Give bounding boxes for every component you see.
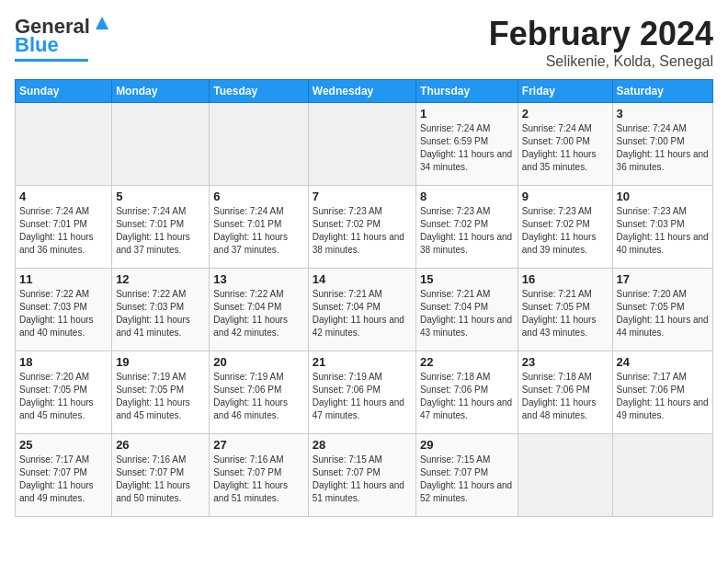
calendar-cell	[210, 103, 308, 186]
page-header: General Blue February 2024 Selikenie, Ko…	[15, 15, 713, 70]
day-of-week-header: Friday	[518, 80, 612, 103]
day-number: 23	[522, 355, 609, 369]
day-info: Sunrise: 7:20 AMSunset: 7:05 PMDaylight:…	[19, 371, 108, 422]
day-number: 2	[522, 107, 609, 121]
calendar-cell: 25Sunrise: 7:17 AMSunset: 7:07 PMDayligh…	[16, 434, 112, 517]
day-info: Sunrise: 7:17 AMSunset: 7:06 PMDaylight:…	[617, 371, 709, 422]
day-info: Sunrise: 7:22 AMSunset: 7:04 PMDaylight:…	[213, 288, 303, 339]
logo: General Blue	[15, 15, 112, 62]
day-of-week-header: Tuesday	[210, 80, 308, 103]
calendar-header-row: SundayMondayTuesdayWednesdayThursdayFrid…	[16, 80, 713, 103]
day-info: Sunrise: 7:21 AMSunset: 7:04 PMDaylight:…	[420, 288, 514, 339]
day-number: 18	[19, 355, 108, 369]
day-number: 6	[213, 190, 303, 203]
day-info: Sunrise: 7:19 AMSunset: 7:06 PMDaylight:…	[313, 371, 412, 422]
day-info: Sunrise: 7:24 AMSunset: 7:01 PMDaylight:…	[19, 205, 108, 257]
calendar-cell: 20Sunrise: 7:19 AMSunset: 7:06 PMDayligh…	[210, 351, 308, 434]
calendar-cell: 10Sunrise: 7:23 AMSunset: 7:03 PMDayligh…	[612, 186, 712, 269]
day-number: 14	[313, 272, 412, 286]
day-info: Sunrise: 7:23 AMSunset: 7:03 PMDaylight:…	[617, 205, 709, 257]
day-info: Sunrise: 7:19 AMSunset: 7:05 PMDaylight:…	[116, 371, 205, 422]
page-title: February 2024	[489, 15, 713, 53]
day-info: Sunrise: 7:17 AMSunset: 7:07 PMDaylight:…	[19, 454, 108, 505]
day-number: 12	[116, 272, 205, 286]
day-number: 15	[420, 272, 514, 286]
calendar-cell	[612, 434, 712, 517]
day-number: 3	[617, 107, 709, 121]
day-of-week-header: Monday	[112, 80, 210, 103]
calendar-cell: 2Sunrise: 7:24 AMSunset: 7:00 PMDaylight…	[518, 103, 612, 186]
calendar-cell: 27Sunrise: 7:16 AMSunset: 7:07 PMDayligh…	[210, 434, 308, 517]
day-number: 13	[213, 272, 303, 286]
day-info: Sunrise: 7:20 AMSunset: 7:05 PMDaylight:…	[617, 288, 709, 339]
calendar-cell: 26Sunrise: 7:16 AMSunset: 7:07 PMDayligh…	[112, 434, 210, 517]
calendar-week-row: 1Sunrise: 7:24 AMSunset: 6:59 PMDaylight…	[16, 103, 713, 186]
calendar-table: SundayMondayTuesdayWednesdayThursdayFrid…	[15, 79, 713, 517]
day-info: Sunrise: 7:16 AMSunset: 7:07 PMDaylight:…	[213, 454, 303, 505]
day-number: 5	[116, 190, 205, 203]
day-number: 10	[617, 190, 709, 203]
calendar-cell: 9Sunrise: 7:23 AMSunset: 7:02 PMDaylight…	[518, 186, 612, 269]
calendar-cell: 4Sunrise: 7:24 AMSunset: 7:01 PMDaylight…	[16, 186, 112, 269]
calendar-cell: 8Sunrise: 7:23 AMSunset: 7:02 PMDaylight…	[416, 186, 518, 269]
calendar-cell	[16, 103, 112, 186]
day-info: Sunrise: 7:21 AMSunset: 7:05 PMDaylight:…	[522, 288, 609, 339]
day-number: 11	[19, 272, 108, 286]
calendar-week-row: 25Sunrise: 7:17 AMSunset: 7:07 PMDayligh…	[16, 434, 713, 517]
day-number: 29	[420, 438, 514, 452]
day-info: Sunrise: 7:19 AMSunset: 7:06 PMDaylight:…	[213, 371, 303, 422]
calendar-cell	[518, 434, 612, 517]
day-info: Sunrise: 7:24 AMSunset: 6:59 PMDaylight:…	[420, 122, 514, 174]
day-number: 28	[313, 438, 412, 452]
day-info: Sunrise: 7:23 AMSunset: 7:02 PMDaylight:…	[522, 205, 609, 257]
day-number: 25	[19, 438, 108, 452]
day-info: Sunrise: 7:24 AMSunset: 7:01 PMDaylight:…	[116, 205, 205, 257]
day-number: 4	[19, 190, 108, 203]
calendar-cell: 17Sunrise: 7:20 AMSunset: 7:05 PMDayligh…	[612, 269, 712, 351]
day-info: Sunrise: 7:22 AMSunset: 7:03 PMDaylight:…	[19, 288, 108, 339]
day-number: 19	[116, 355, 205, 369]
calendar-cell: 13Sunrise: 7:22 AMSunset: 7:04 PMDayligh…	[210, 269, 308, 351]
calendar-cell: 5Sunrise: 7:24 AMSunset: 7:01 PMDaylight…	[112, 186, 210, 269]
calendar-cell: 22Sunrise: 7:18 AMSunset: 7:06 PMDayligh…	[416, 351, 518, 434]
day-info: Sunrise: 7:23 AMSunset: 7:02 PMDaylight:…	[313, 205, 412, 257]
day-number: 20	[213, 355, 303, 369]
day-info: Sunrise: 7:24 AMSunset: 7:00 PMDaylight:…	[617, 122, 709, 174]
day-info: Sunrise: 7:22 AMSunset: 7:03 PMDaylight:…	[116, 288, 205, 339]
calendar-cell: 19Sunrise: 7:19 AMSunset: 7:05 PMDayligh…	[112, 351, 210, 434]
day-number: 24	[617, 355, 709, 369]
day-info: Sunrise: 7:18 AMSunset: 7:06 PMDaylight:…	[420, 371, 514, 422]
calendar-week-row: 18Sunrise: 7:20 AMSunset: 7:05 PMDayligh…	[16, 351, 713, 434]
day-number: 1	[420, 107, 514, 121]
calendar-cell: 15Sunrise: 7:21 AMSunset: 7:04 PMDayligh…	[416, 269, 518, 351]
calendar-cell: 12Sunrise: 7:22 AMSunset: 7:03 PMDayligh…	[112, 269, 210, 351]
day-info: Sunrise: 7:15 AMSunset: 7:07 PMDaylight:…	[420, 454, 514, 505]
day-number: 22	[420, 355, 514, 369]
calendar-cell: 1Sunrise: 7:24 AMSunset: 6:59 PMDaylight…	[416, 103, 518, 186]
day-number: 27	[213, 438, 303, 452]
day-number: 8	[420, 190, 514, 203]
day-of-week-header: Sunday	[16, 80, 112, 103]
logo-arrow-icon	[92, 13, 112, 37]
calendar-cell: 7Sunrise: 7:23 AMSunset: 7:02 PMDaylight…	[308, 186, 415, 269]
page-subtitle: Selikenie, Kolda, Senegal	[489, 53, 713, 70]
day-info: Sunrise: 7:18 AMSunset: 7:06 PMDaylight:…	[522, 371, 609, 422]
day-info: Sunrise: 7:21 AMSunset: 7:04 PMDaylight:…	[313, 288, 412, 339]
day-info: Sunrise: 7:23 AMSunset: 7:02 PMDaylight:…	[420, 205, 514, 257]
logo-underline	[15, 59, 88, 62]
calendar-cell: 11Sunrise: 7:22 AMSunset: 7:03 PMDayligh…	[16, 269, 112, 351]
calendar-cell: 3Sunrise: 7:24 AMSunset: 7:00 PMDaylight…	[612, 103, 712, 186]
day-number: 21	[313, 355, 412, 369]
day-info: Sunrise: 7:24 AMSunset: 7:00 PMDaylight:…	[522, 122, 609, 174]
logo-blue: Blue	[15, 33, 59, 57]
day-of-week-header: Saturday	[612, 80, 712, 103]
calendar-cell: 18Sunrise: 7:20 AMSunset: 7:05 PMDayligh…	[16, 351, 112, 434]
day-number: 7	[313, 190, 412, 203]
svg-marker-0	[96, 17, 108, 29]
calendar-cell: 14Sunrise: 7:21 AMSunset: 7:04 PMDayligh…	[308, 269, 415, 351]
calendar-cell	[308, 103, 415, 186]
day-info: Sunrise: 7:15 AMSunset: 7:07 PMDaylight:…	[313, 454, 412, 505]
calendar-cell: 23Sunrise: 7:18 AMSunset: 7:06 PMDayligh…	[518, 351, 612, 434]
calendar-cell: 6Sunrise: 7:24 AMSunset: 7:01 PMDaylight…	[210, 186, 308, 269]
day-number: 17	[617, 272, 709, 286]
